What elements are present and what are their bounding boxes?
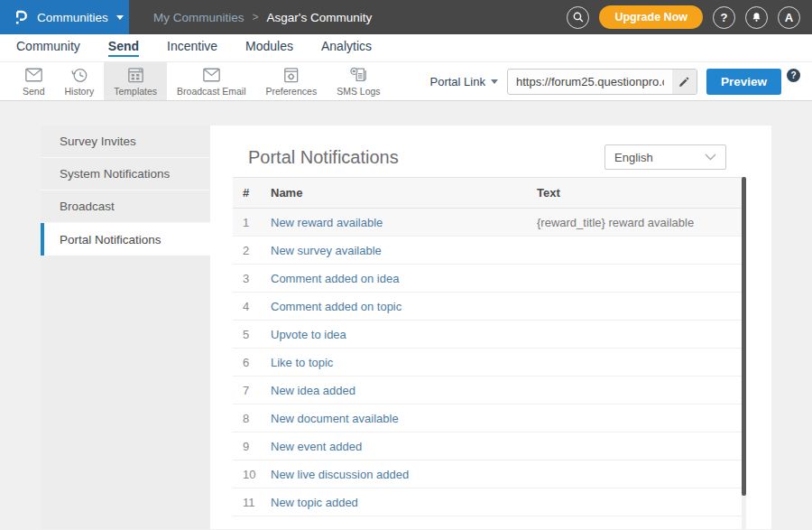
sms-logs-button[interactable]: SMS Logs	[327, 62, 390, 100]
table-row: 1 New reward available {reward_title} re…	[233, 209, 746, 237]
portal-link-label: Portal Link	[430, 75, 485, 88]
sidebar-item-survey-invites[interactable]: Survey Invites	[41, 126, 210, 158]
history-button[interactable]: History	[55, 62, 105, 100]
row-name-link[interactable]: Like to topic	[271, 356, 537, 369]
row-number: 9	[233, 440, 271, 453]
tab-community[interactable]: Community	[16, 39, 80, 57]
send-toolbar: Send History Templates Broadcast Email P…	[0, 61, 812, 101]
tab-incentive[interactable]: Incentive	[167, 39, 217, 57]
row-name-link[interactable]: New survey available	[271, 244, 537, 257]
templates-button[interactable]: Templates	[104, 62, 167, 100]
tool-label: Templates	[114, 86, 157, 97]
row-number: 6	[233, 356, 271, 369]
table-header: # Name Text	[233, 177, 746, 209]
tab-analytics[interactable]: Analytics	[321, 39, 372, 57]
row-number: 1	[233, 216, 271, 229]
row-name-link[interactable]: Comment added on idea	[271, 272, 537, 285]
sidebar-item-label: Survey Invites	[60, 135, 136, 148]
main-nav: Community Send Incentive Modules Analyti…	[0, 34, 812, 61]
broadcast-email-button[interactable]: Broadcast Email	[167, 62, 255, 100]
table-row: 5 Upvote to idea	[233, 321, 746, 349]
avatar[interactable]: A	[778, 6, 800, 29]
sidebar-item-system-notifications[interactable]: System Notifications	[41, 158, 210, 191]
breadcrumb: My Communities > Asgar's Community	[153, 0, 372, 34]
portal-link-dropdown[interactable]: Portal Link	[430, 75, 498, 88]
envelope-icon	[201, 66, 222, 84]
row-name-link[interactable]: Comment added on topic	[271, 300, 537, 313]
table-row: 11 New topic added	[233, 488, 746, 516]
breadcrumb-separator: >	[253, 11, 259, 23]
row-name-link[interactable]: New idea added	[271, 384, 537, 397]
preferences-gear-icon	[281, 66, 300, 84]
history-clock-icon	[69, 66, 89, 84]
row-number: 10	[233, 468, 271, 481]
language-select-value: English	[614, 151, 653, 164]
row-name-link[interactable]: New live discussion added	[271, 468, 537, 481]
tab-modules[interactable]: Modules	[245, 39, 293, 57]
upgrade-now-button[interactable]: Upgrade Now	[599, 5, 703, 29]
send-button[interactable]: Send	[13, 62, 55, 100]
row-number: 7	[233, 384, 271, 397]
table-scrollbar[interactable]	[742, 177, 746, 529]
row-number: 5	[233, 328, 271, 341]
language-select[interactable]: English	[604, 144, 726, 170]
scrollbar-thumb[interactable]	[742, 177, 746, 496]
sidebar-item-label: System Notifications	[60, 167, 170, 181]
row-name-link[interactable]: New document available	[271, 412, 537, 425]
tool-label: SMS Logs	[337, 86, 380, 97]
chevron-down-icon	[705, 153, 716, 161]
row-number: 4	[233, 300, 271, 313]
edit-url-button[interactable]	[672, 70, 697, 94]
row-number: 2	[233, 244, 271, 257]
row-name-link[interactable]: New topic added	[271, 496, 537, 509]
portal-url-box	[507, 69, 697, 95]
sms-logs-icon	[348, 66, 368, 84]
table-row: 9 New event added	[233, 432, 746, 460]
table-row: 4 Comment added on topic	[233, 293, 746, 321]
table-row: 8 New document available	[233, 404, 746, 432]
tool-label: History	[65, 86, 95, 97]
breadcrumb-my-communities[interactable]: My Communities	[153, 11, 245, 24]
page-body: Survey Invites System Notifications Broa…	[0, 101, 812, 529]
table-row: 7 New idea added	[233, 377, 746, 404]
table-row: 2 New survey available	[233, 237, 746, 265]
preview-button[interactable]: Preview	[706, 69, 781, 95]
envelope-icon	[23, 66, 44, 84]
help-button[interactable]: ?	[713, 6, 735, 29]
templates-grid-icon	[126, 66, 145, 84]
notifications-button[interactable]	[745, 6, 768, 29]
main-content: Portal Notifications English # Name Text…	[210, 126, 771, 529]
row-name-link[interactable]: New event added	[271, 440, 537, 453]
sidebar-item-portal-notifications[interactable]: Portal Notifications	[41, 223, 210, 256]
chevron-down-icon	[116, 15, 124, 20]
tab-send[interactable]: Send	[108, 39, 139, 57]
preferences-button[interactable]: Preferences	[256, 62, 328, 100]
header-col-num: #	[233, 186, 271, 200]
tool-label: Send	[23, 86, 45, 97]
topbar-actions: Upgrade Now ? A	[567, 0, 812, 34]
search-icon	[572, 11, 585, 23]
row-name-link[interactable]: New reward available	[271, 216, 537, 229]
row-number: 8	[233, 412, 271, 425]
row-text: {reward_title} reward available	[537, 216, 746, 229]
header-col-name: Name	[271, 186, 537, 200]
portal-link-area: Portal Link Preview ?	[430, 62, 800, 100]
row-number: 3	[233, 272, 271, 285]
help-badge[interactable]: ?	[787, 69, 800, 82]
table-row: 6 Like to topic	[233, 349, 746, 377]
questionpro-logo-icon	[12, 9, 29, 26]
top-bar: Communities My Communities > Asgar's Com…	[0, 0, 812, 34]
tool-label: Preferences	[266, 86, 318, 97]
sidebar-item-broadcast[interactable]: Broadcast	[41, 191, 210, 223]
search-button[interactable]	[567, 6, 589, 29]
chevron-down-icon	[491, 79, 498, 84]
bell-icon	[751, 11, 762, 23]
table-row: 3 Comment added on idea	[233, 265, 746, 293]
sidebar: Survey Invites System Notifications Broa…	[41, 126, 210, 529]
content-header: Portal Notifications English	[233, 126, 771, 177]
row-name-link[interactable]: Upvote to idea	[271, 328, 537, 341]
pencil-icon	[678, 76, 690, 88]
communities-dropdown[interactable]: Communities	[0, 0, 129, 34]
sidebar-item-label: Broadcast	[60, 200, 115, 213]
portal-url-input[interactable]	[508, 70, 672, 94]
